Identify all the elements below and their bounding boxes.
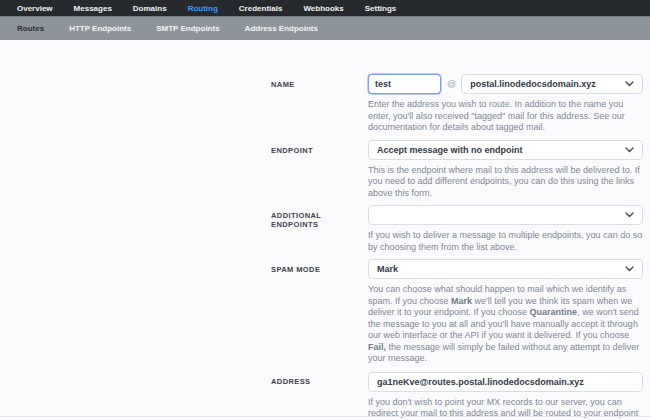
- endpoint-row: ENDPOINT Accept message with no endpoint…: [271, 140, 643, 200]
- name-label: NAME: [271, 74, 368, 134]
- domain-select-value: postal.linodedocsdomain.xyz: [470, 79, 596, 89]
- route-address-input[interactable]: [368, 372, 643, 392]
- name-row: NAME @ postal.linodedocsdomain.xyz Enter…: [271, 74, 643, 134]
- endpoint-help-text: This is the endpoint where mail to this …: [368, 165, 643, 200]
- subnav-item-http-endpoints[interactable]: HTTP Endpoints: [69, 24, 131, 33]
- additional-endpoints-help-text: If you wish to deliver a message to mult…: [368, 230, 643, 253]
- nav-item-domains[interactable]: Domains: [133, 4, 167, 13]
- spam-mode-select-value: Mark: [377, 264, 398, 274]
- additional-endpoints-row: ADDITIONAL ENDPOINTS If you wish to deli…: [271, 205, 643, 253]
- subnav-item-routes[interactable]: Routes: [17, 24, 44, 33]
- endpoint-label: ENDPOINT: [271, 140, 368, 200]
- chevron-down-icon: [625, 212, 634, 218]
- bottom-divider: [0, 416, 650, 417]
- additional-endpoints-select[interactable]: [368, 205, 643, 225]
- chevron-down-icon: [625, 81, 634, 87]
- spam-mode-help-text: You can choose what should happen to mai…: [368, 284, 643, 365]
- endpoint-select-value: Accept message with no endpoint: [377, 145, 523, 155]
- name-input[interactable]: [368, 74, 441, 94]
- nav-item-overview[interactable]: Overview: [17, 4, 53, 13]
- address-label: ADDRESS: [271, 371, 368, 420]
- spam-mode-select[interactable]: Mark: [368, 259, 643, 279]
- nav-item-messages[interactable]: Messages: [74, 4, 112, 13]
- nav-item-routing[interactable]: Routing: [188, 4, 218, 13]
- spam-mode-row: SPAM MODE Mark You can choose what shoul…: [271, 259, 643, 365]
- address-row: ADDRESS If you don't wish to point your …: [271, 371, 643, 420]
- nav-item-credentials[interactable]: Credentials: [239, 4, 283, 13]
- at-sign: @: [447, 79, 456, 89]
- name-help-text: Enter the address you wish to route. In …: [368, 99, 643, 134]
- domain-select[interactable]: postal.linodedocsdomain.xyz: [461, 74, 643, 94]
- subnav-item-smtp-endpoints[interactable]: SMTP Endpoints: [156, 24, 219, 33]
- route-form: NAME @ postal.linodedocsdomain.xyz Enter…: [271, 74, 643, 420]
- top-navigation: Overview Messages Domains Routing Creden…: [0, 0, 650, 16]
- chevron-down-icon: [625, 147, 634, 153]
- sub-navigation: Routes HTTP Endpoints SMTP Endpoints Add…: [0, 16, 650, 40]
- subnav-item-address-endpoints[interactable]: Address Endpoints: [245, 24, 318, 33]
- endpoint-select[interactable]: Accept message with no endpoint: [368, 140, 643, 160]
- additional-endpoints-label: ADDITIONAL ENDPOINTS: [271, 205, 368, 253]
- spam-mode-label: SPAM MODE: [271, 259, 368, 365]
- chevron-down-icon: [625, 266, 634, 272]
- nav-item-settings[interactable]: Settings: [365, 4, 397, 13]
- nav-item-webhooks[interactable]: Webhooks: [303, 4, 343, 13]
